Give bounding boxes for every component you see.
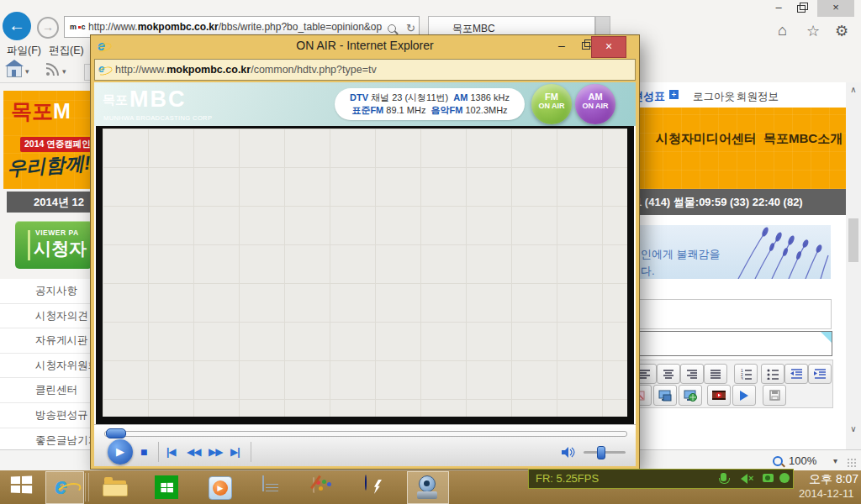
fast-forward-button[interactable]: ▶▶ [209, 446, 222, 458]
bullet-list-button[interactable] [761, 364, 784, 384]
home-icon[interactable]: ⌂ [778, 22, 787, 39]
onair-popup-window: e ON AIR - Internet Explorer – × e http:… [91, 35, 639, 469]
back-button[interactable]: ← [3, 12, 31, 40]
indent-button[interactable] [808, 364, 832, 384]
taskbar-webcam-app-button[interactable] [407, 471, 449, 504]
volume-icon[interactable] [562, 447, 575, 458]
resize-grip[interactable] [847, 458, 857, 468]
fm-onair-button[interactable]: FM ON AIR [531, 84, 572, 124]
insert-web-image-button[interactable] [679, 385, 702, 406]
zoom-magnifier-icon [773, 456, 783, 466]
mbc-logo-city: 목포 [103, 92, 128, 108]
viewer-participation-box[interactable]: VIEWER PA 시청자 [15, 221, 92, 269]
zoom-caret-icon[interactable]: ▾ [833, 456, 837, 465]
zoom-level[interactable]: 100% [789, 454, 816, 467]
site-logo[interactable]: 목포M [11, 97, 71, 125]
svg-text:3: 3 [741, 376, 743, 380]
align-center-button[interactable] [657, 364, 680, 384]
popup-minimize-button[interactable]: – [551, 37, 573, 55]
taskbar-explorer-button[interactable] [103, 475, 128, 499]
align-justify-button[interactable] [704, 364, 727, 384]
taskbar-notepad-button[interactable] [262, 476, 264, 491]
search-icon[interactable] [388, 24, 396, 33]
am-onair-button[interactable]: AM ON AIR [575, 84, 615, 124]
sidebar-item-viewer-opinion[interactable]: 시청자의견 [0, 304, 92, 329]
taskbar-paint-button[interactable] [313, 478, 314, 493]
seek-bar[interactable] [104, 431, 627, 437]
sidebar-item-programming-rules[interactable]: 방송편성규 [0, 403, 92, 428]
sidebar-item-free-board[interactable]: 자유게시판 [0, 328, 92, 354]
popup-address-row: e http://www.mokpombc.co.kr/common/hdtv.… [94, 59, 636, 81]
site-favicon: mc [70, 23, 86, 31]
outdent-button[interactable] [784, 364, 808, 384]
camera-status-icon [763, 474, 774, 482]
mbc-logo-subtitle: MUNHWA BROADCASTING CORP [103, 114, 212, 122]
date-bar: 2014년 12 [7, 192, 92, 213]
close-button[interactable]: × [817, 0, 854, 17]
media-player-icon: ▶ [209, 476, 232, 500]
popup-url: http://www.mokpombc.co.kr/common/hdtv.ph… [115, 64, 377, 76]
ordered-list-button[interactable]: 123 [734, 364, 758, 384]
insert-media-play-button[interactable] [732, 385, 756, 406]
home-caret-icon[interactable]: ▾ [25, 67, 29, 76]
sidebar-item-viewer-committee[interactable]: 시청자위원회 [0, 354, 92, 379]
notepad-icon [262, 475, 264, 491]
save-button[interactable] [763, 385, 786, 406]
home-page-icon[interactable] [7, 66, 22, 77]
schedule-plus-icon[interactable]: + [669, 90, 679, 99]
start-button[interactable] [10, 476, 32, 493]
play-button[interactable]: ▶ [108, 439, 133, 465]
editor-body[interactable] [639, 408, 832, 449]
viewer-box-title: 시청자 [34, 237, 87, 260]
video-display[interactable] [103, 129, 627, 417]
popup-address-bar[interactable]: e http://www.mokpombc.co.kr/common/hdtv.… [94, 59, 636, 81]
rewind-button[interactable]: ◀◀ [187, 446, 200, 458]
viewer-box-subtitle: VIEWER PA [35, 228, 79, 237]
insert-image-button[interactable] [653, 385, 677, 406]
settings-gear-icon[interactable]: ⚙ [835, 22, 848, 40]
fps-counter: FR: 5.25FPS [536, 472, 599, 485]
member-info-link[interactable]: 회원정보 [737, 90, 779, 104]
page-scrollbar[interactable]: ∧ ∨ [846, 82, 861, 449]
scroll-down-icon[interactable]: ∨ [846, 422, 861, 437]
nav-about-mbc[interactable]: 목포MBC소개 [763, 131, 843, 147]
seek-thumb[interactable] [106, 428, 126, 438]
menu-file[interactable]: 파일(F) [7, 44, 41, 58]
taskbar-clock-time[interactable]: 오후 8:07 [809, 472, 858, 487]
sidebar-item-clean-center[interactable]: 클린센터 [0, 378, 92, 403]
taskbar-ie-button[interactable]: e [45, 471, 84, 504]
popup-close-button[interactable]: × [591, 36, 626, 58]
scrollbar-thumb[interactable] [848, 218, 858, 262]
speaker-muted-status-icon [741, 474, 747, 484]
scroll-up-icon[interactable]: ∧ [846, 82, 861, 97]
menu-edit[interactable]: 편집(E) [49, 44, 84, 58]
taskbar-clock-date[interactable]: 2014-12-11 [799, 487, 854, 500]
taskbar-media-player-button[interactable]: ▶ [209, 476, 232, 500]
tab-title: 목포MBC [452, 22, 495, 36]
minimize-button[interactable]: – [767, 0, 790, 17]
restore-button[interactable] [790, 0, 814, 17]
form-category-row[interactable] [639, 299, 832, 329]
popup-title-bar[interactable]: e ON AIR - Internet Explorer – × [91, 35, 639, 57]
volume-thumb[interactable] [597, 446, 605, 459]
rss-caret-icon[interactable]: ▾ [62, 67, 66, 76]
insert-video-button[interactable] [707, 385, 731, 406]
restore-icon [797, 5, 806, 13]
subject-input[interactable] [639, 331, 832, 356]
taskbar-blue-orb-button[interactable] [365, 475, 367, 491]
align-right-button[interactable] [680, 364, 704, 384]
refresh-icon[interactable]: ↻ [406, 22, 415, 34]
favorites-star-icon[interactable]: ☆ [806, 22, 820, 40]
ie-icon: e [55, 474, 67, 499]
next-button[interactable]: ▶| [230, 446, 240, 458]
forward-button[interactable]: → [37, 17, 59, 39]
nav-media-center[interactable]: 시청자미디어센터 [656, 131, 757, 147]
windows-store-icon [155, 475, 178, 499]
rss-feed-icon[interactable] [45, 66, 57, 76]
sidebar-item-notice[interactable]: 공지사항 [0, 279, 92, 304]
previous-button[interactable]: |◀ [166, 446, 176, 458]
taskbar-store-button[interactable] [155, 475, 178, 499]
divider: | [728, 90, 731, 102]
address-url[interactable]: http://www.mokpombc.co.kr/bbs/write.php?… [88, 21, 382, 33]
stop-button[interactable]: ■ [140, 445, 147, 459]
